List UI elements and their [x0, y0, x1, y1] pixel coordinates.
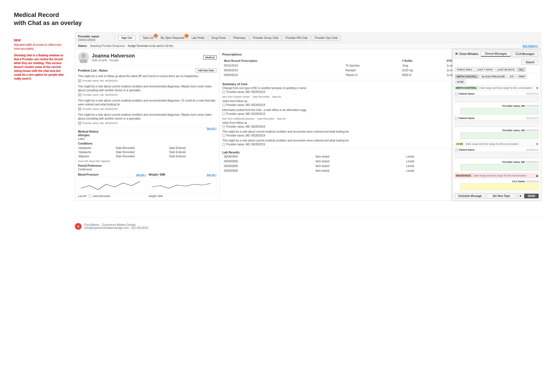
bp-chart-header: Blood Pressure See all >	[78, 173, 146, 176]
filter-today-only[interactable]: TODAY ONLY	[455, 67, 474, 72]
note-author-1: Provider name, MD 06/28/2019	[78, 79, 216, 82]
provider-msg-1: Provider name, MD 06/28/2019	[455, 105, 539, 115]
svg-point-1	[80, 59, 87, 63]
page-title: Medical Record with Chat as an overlay	[14, 11, 541, 27]
tab-provider-ops-chat[interactable]: Provider Ops Chat	[312, 35, 340, 41]
note-avatar-4	[78, 122, 81, 125]
note-avatar-1	[78, 79, 81, 82]
patient-name-3: Patient Name	[459, 148, 475, 151]
summary-checkbox-3	[222, 113, 225, 115]
msg-checkbox-1[interactable]	[455, 92, 458, 95]
sign-out-button[interactable]: Sign Out	[118, 35, 135, 41]
provider-date-1: 06/28/2019	[526, 105, 539, 107]
condition-date-recorded-3: Date Recorded	[116, 155, 168, 158]
tab-lab-portal[interactable]: Lab Portal	[188, 35, 207, 41]
tab-task-list[interactable]: Task List 1	[140, 35, 157, 41]
acne-topic-row: ACNE Date range and time range for this …	[455, 141, 539, 147]
topic-dropdown-arrow[interactable]: ▼	[518, 193, 523, 199]
note-item-3: This might be a note about current medic…	[78, 99, 216, 111]
acne-dropdown-icon: ▼	[536, 143, 539, 146]
status-value: Awaiting Provider Response	[90, 44, 125, 47]
chat-header: ✕ Close Window Clinical Messages CCA Mes…	[453, 49, 541, 59]
bmi-chart-header: Weight / BMI See all >	[149, 173, 217, 176]
annotation-chat-text: Showing chat in a floating window so tha…	[14, 54, 67, 81]
status-bar: Status: Awaiting Provider Response Nudge…	[75, 43, 541, 49]
summary-checkbox-5	[222, 134, 225, 137]
bmi-chart-footer: Weight | BMI	[149, 195, 217, 198]
last-bp-label: Last BP	[78, 195, 87, 198]
tab-open-requests[interactable]: My Open Requests 3	[158, 35, 188, 41]
patient-meta: Date of birth Female	[92, 59, 135, 62]
provider-bubble-3	[460, 164, 539, 171]
send-reminder-label: Send Reminder	[93, 195, 110, 198]
note-avatar-3	[78, 107, 81, 111]
bp-see-all-link[interactable]: See all >	[136, 173, 146, 176]
filter-last-7[interactable]: LAST 7 DAYS	[475, 67, 495, 72]
problem-list-header: Problem List - Notes Add New Note	[78, 68, 216, 73]
set-new-topic-button[interactable]: Set New Topic	[486, 193, 516, 199]
provider-name-1: Provider name, MD	[502, 105, 525, 107]
bmi-chart-title: Weight / BMI	[149, 173, 165, 176]
nav-tabs: Task List 1 My Open Requests 3 Lab Porta…	[140, 35, 340, 41]
patient-name-2: Patient Name	[459, 117, 475, 120]
chat-tabs: Clinical Messages CCA Messages	[480, 51, 539, 57]
filter-all[interactable]: ALL	[517, 67, 526, 72]
condition-date-recorded-1: Date Recorded	[116, 146, 168, 150]
medical-history-title: Medical History	[78, 130, 216, 133]
footer-info: Erin Malone :: Experience Matters Design…	[84, 223, 148, 229]
provider-info: Provider name change settings	[78, 35, 111, 41]
change-settings-link[interactable]: change settings	[78, 38, 111, 41]
summary-checkbox-4	[222, 125, 225, 128]
topic-filter-prep[interactable]: PREP	[516, 74, 527, 79]
annotation-new-label: NEW:	[14, 39, 67, 42]
chat-search-row: Search	[453, 59, 541, 66]
bmi-label: Weight | BMI	[149, 195, 163, 198]
topic-filter-acne[interactable]: ACNE	[455, 80, 466, 84]
add-note-button[interactable]: Add New Note	[195, 68, 216, 73]
provider-msg-2: Provider name, MD 06/28/2019	[455, 129, 539, 139]
bmi-see-all-link[interactable]: See all >	[207, 173, 216, 176]
provider-bubble-2	[460, 132, 539, 139]
title-line1: Medical Record	[14, 11, 59, 18]
bmi-chart-section: Weight / BMI See all > Weight | BMI	[149, 173, 217, 198]
period-preference-value: Continuous	[78, 168, 216, 171]
open-requests-badge: 3	[185, 34, 188, 38]
schedule-message-button[interactable]: Schedule Message	[455, 193, 485, 199]
tab-cca-messages[interactable]: CCA Messages	[512, 51, 538, 57]
filter-last-30[interactable]: LAST 30 DAYS	[496, 67, 516, 72]
tab-provider-group-chat[interactable]: Provider Group Chat	[250, 35, 281, 41]
send-button[interactable]: SEND	[524, 194, 539, 198]
main-content: Provider name change settings Sign Out T…	[75, 32, 541, 230]
tab-drug-prices[interactable]: Drug Prices	[208, 35, 229, 41]
tab-pharmacy[interactable]: Pharmacy	[230, 35, 249, 41]
insurance-date-range: Date range and time range for this conve…	[474, 174, 535, 177]
close-window-label: Close Window	[459, 52, 478, 55]
problem-list-section: Problem List - Notes Add New Note This m…	[78, 68, 216, 125]
msg-checkbox-3[interactable]	[455, 148, 458, 151]
footer-name: Erin Malone :: Experience Matters Design	[84, 223, 148, 226]
msg-checkbox-2[interactable]	[455, 117, 458, 120]
ada-ned-note-row: BIRTH CONTROL Date range and time range …	[453, 85, 541, 91]
chat-filter-tags: TODAY ONLY LAST 7 DAYS LAST 30 DAYS ALL	[453, 66, 541, 73]
provider-date-2: 06/28/2019	[526, 129, 539, 132]
send-reminder-checkbox[interactable]	[89, 195, 91, 198]
chat-search-button[interactable]: Search	[521, 60, 539, 65]
charts-row: Blood Pressure See all > Last BP	[78, 173, 216, 198]
period-preference-label: Period Preference	[78, 164, 216, 167]
tab-clinical-messages[interactable]: Clinical Messages	[481, 51, 511, 57]
notes-see-all-link[interactable]: See all >	[207, 127, 216, 130]
conditions-table: Headache Date Recorded Date Entered Head…	[78, 146, 216, 159]
topic-filter-sti[interactable]: STI	[508, 74, 516, 79]
summary-title: Summary of Care	[222, 82, 248, 86]
acne-topic-tag: ACNE	[455, 142, 464, 146]
allergies-label: Allergies	[78, 134, 216, 137]
topic-filter-blood-pressure[interactable]: BLOOD PRESSURE	[480, 74, 507, 79]
note-item-4: This might be a note about current medic…	[78, 113, 216, 125]
topic-filter-birth-control[interactable]: BIRTH CONTROL	[455, 74, 479, 79]
tab-provider-rn-chat[interactable]: Provider-RN Chat	[282, 35, 311, 41]
birth-control-dropdown-icon: ▼	[536, 87, 539, 90]
close-window-button[interactable]: ✕ Close Window	[455, 52, 478, 56]
see-history-link[interactable]: See history>	[523, 44, 538, 47]
note-avatar-2	[78, 93, 81, 97]
cca-date-1: 06/28/2019	[526, 180, 539, 183]
